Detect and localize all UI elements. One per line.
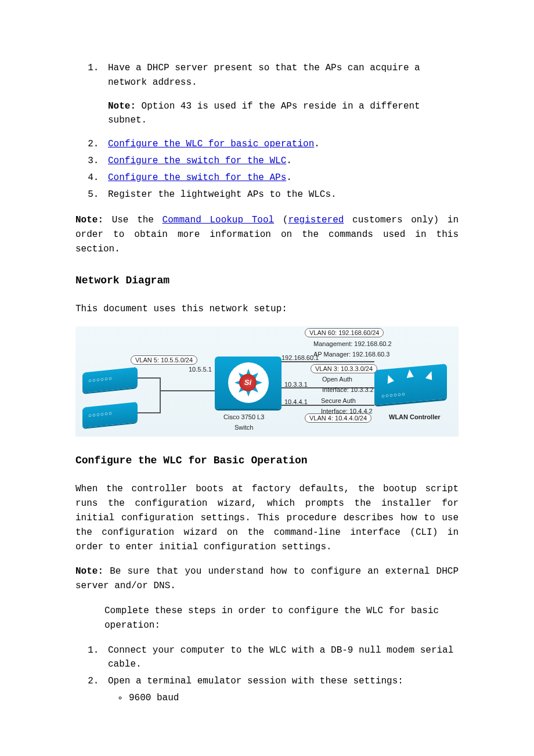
note-text: Be sure that you understand how to confi…: [75, 566, 459, 591]
top-steps-list: Have a DHCP server present so that the A…: [75, 61, 459, 201]
setting-text: 9600 baud: [129, 693, 179, 703]
network-diagram: ○○○○○○ ○○○○○○ Si: [75, 326, 459, 437]
wlc-para-2: Complete these steps in order to configu…: [75, 604, 459, 633]
step-2: Configure the WLC for basic operation.: [104, 137, 459, 152]
wlc-steps-list: Connect your computer to the WLC with a …: [75, 643, 459, 689]
ip-label: 192.168.60.1: [282, 353, 319, 363]
note-label: Note:: [75, 566, 103, 577]
step-1-text: Have a DHCP server present so that the A…: [108, 63, 420, 88]
mgmt-label: Management: 192.168.60.2AP Manager: 192.…: [313, 339, 392, 359]
wlc-step-1: Connect your computer to the WLC with a …: [104, 643, 459, 672]
note-mid: (: [274, 215, 288, 225]
ip-label: 10.5.5.1: [189, 365, 212, 375]
wire-icon: [160, 377, 161, 412]
wire-icon: [138, 377, 161, 379]
vlan5-label: VLAN 5: 10.5.5.0/24: [131, 355, 197, 365]
step-1-note: Note: Option 43 is used if the APs resid…: [108, 99, 459, 128]
ip-label: 10.4.4.1: [284, 397, 308, 407]
link-configure-wlc[interactable]: Configure the WLC for basic operation: [108, 139, 314, 149]
note-lookup: Note: Use the Command Lookup Tool (regis…: [75, 213, 459, 256]
note-label: Note:: [108, 101, 136, 111]
access-point-icon: ○○○○○○: [82, 367, 138, 393]
terminal-settings-list: 9600 baud: [75, 691, 459, 705]
wire-icon: [138, 412, 161, 413]
document-page: Have a DHCP server present so that the A…: [0, 0, 534, 756]
vlan4-label: VLAN 4: 10.4.4.0/24: [305, 413, 371, 423]
link-configure-switch-wlc[interactable]: Configure the switch for the WLC: [108, 156, 286, 166]
ip-label: 10.3.3.1: [284, 380, 308, 390]
step-5: Register the lightweight APs to the WLCs…: [104, 188, 459, 202]
wlan-label: WLAN Controller: [389, 412, 441, 422]
step-4: Configure the switch for the APs.: [104, 171, 459, 185]
wlc-step-2: Open a terminal emulator session with th…: [104, 674, 459, 689]
wlc-para-1: When the controller boots at factory def…: [75, 482, 459, 554]
wlan-controller-icon: ○○○○○○: [374, 364, 447, 405]
vlan3-label: VLAN 3: 10.3.3.0/24: [311, 364, 377, 373]
wlc-step-2-text: Open a terminal emulator session with th…: [108, 676, 403, 686]
heading-configure-wlc: Configure the WLC for Basic Operation: [75, 453, 459, 469]
switch-label: Cisco 3750 L3Switch: [223, 412, 264, 432]
link-registered[interactable]: registered: [288, 215, 344, 225]
link-command-lookup-tool[interactable]: Command Lookup Tool: [163, 215, 275, 225]
wire-icon: [160, 390, 215, 391]
switch-icon: Si: [215, 357, 282, 409]
note-text: Option 43 is used if the APs reside in a…: [108, 101, 420, 126]
access-point-icon: ○○○○○○: [82, 402, 138, 428]
diagram-intro: This document uses this network setup:: [75, 302, 459, 316]
note-label: Note:: [75, 215, 103, 225]
link-configure-switch-aps[interactable]: Configure the switch for the APs: [108, 172, 286, 183]
step-5-text: Register the lightweight APs to the WLCs…: [108, 189, 337, 200]
heading-network-diagram: Network Diagram: [75, 273, 459, 289]
wlc-note: Note: Be sure that you understand how to…: [75, 564, 459, 593]
secureauth-label: Secure AuthInterface: 10.4.4.2: [321, 396, 373, 416]
wlc-step-1-text: Connect your computer to the WLC with a …: [108, 645, 453, 670]
note-pre: Use the: [103, 215, 163, 225]
vlan60-label: VLAN 60: 192.168.60/24: [305, 328, 384, 337]
step-1: Have a DHCP server present so that the A…: [104, 61, 459, 128]
openauth-label: Open AuthInterface: 10.3.3.2: [322, 375, 374, 394]
step-3: Configure the switch for the WLC.: [104, 154, 459, 168]
setting-item: 9600 baud: [128, 691, 459, 705]
